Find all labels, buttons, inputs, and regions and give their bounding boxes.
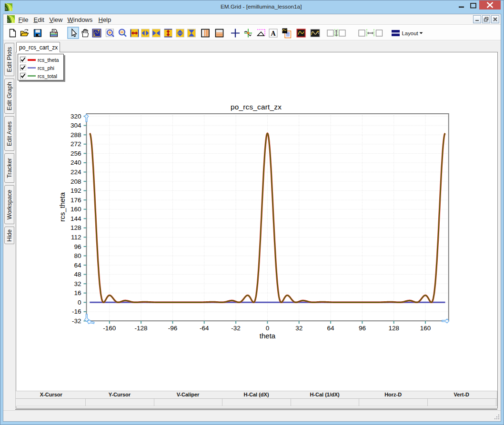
svg-text:80: 80: [74, 252, 81, 259]
svg-text:64: 64: [74, 262, 81, 269]
svg-text:0: 0: [78, 299, 81, 306]
svg-text:128: 128: [71, 224, 81, 231]
svg-text:A: A: [271, 30, 276, 37]
svg-text:32: 32: [295, 325, 302, 332]
svg-text:theta: theta: [260, 332, 276, 340]
svg-text:Layout: Layout: [402, 30, 419, 36]
svg-text:-128: -128: [135, 325, 148, 332]
svg-text:256: 256: [71, 150, 81, 157]
svg-text:192: 192: [71, 187, 81, 194]
svg-text:112: 112: [71, 234, 81, 241]
svg-text:po_rcs_cart_zx: po_rcs_cart_zx: [231, 103, 282, 111]
svg-text:128: 128: [388, 325, 399, 332]
svg-text:176: 176: [71, 197, 81, 204]
svg-text:-64: -64: [200, 325, 209, 332]
svg-text:32: 32: [74, 280, 81, 287]
svg-text:-32: -32: [72, 317, 81, 325]
svg-text:160: 160: [420, 325, 431, 332]
svg-text:208: 208: [71, 178, 81, 185]
svg-text:144: 144: [71, 215, 81, 222]
svg-text:272: 272: [71, 140, 81, 148]
svg-text:-96: -96: [168, 325, 178, 332]
svg-text:64: 64: [327, 325, 335, 332]
svg-text:320: 320: [71, 113, 81, 120]
svg-text:288: 288: [71, 131, 81, 138]
svg-text:-16: -16: [72, 308, 81, 315]
svg-text:rcs_theta: rcs_theta: [58, 192, 66, 221]
svg-text:48: 48: [74, 271, 81, 278]
svg-text:0: 0: [266, 325, 270, 332]
svg-text:160: 160: [71, 206, 81, 213]
svg-text:96: 96: [74, 243, 81, 250]
svg-text:240: 240: [71, 159, 81, 166]
svg-text:96: 96: [359, 325, 366, 332]
svg-text:16: 16: [74, 289, 81, 297]
svg-text:-160: -160: [103, 325, 116, 332]
svg-text:224: 224: [71, 168, 81, 176]
svg-text:304: 304: [71, 122, 81, 129]
svg-text:-32: -32: [231, 325, 241, 332]
